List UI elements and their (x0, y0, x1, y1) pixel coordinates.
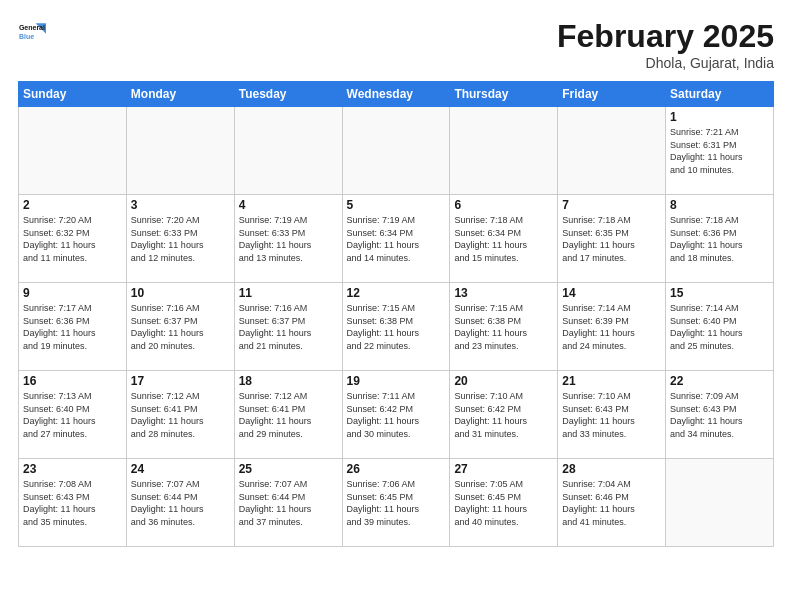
day-number: 6 (454, 198, 553, 212)
logo: General Blue (18, 18, 46, 46)
day-info: Sunrise: 7:20 AM Sunset: 6:32 PM Dayligh… (23, 214, 122, 264)
calendar-cell: 18Sunrise: 7:12 AM Sunset: 6:41 PM Dayli… (234, 371, 342, 459)
calendar-cell: 8Sunrise: 7:18 AM Sunset: 6:36 PM Daylig… (666, 195, 774, 283)
day-number: 2 (23, 198, 122, 212)
svg-text:General: General (19, 24, 45, 31)
calendar-cell (342, 107, 450, 195)
day-number: 17 (131, 374, 230, 388)
day-info: Sunrise: 7:07 AM Sunset: 6:44 PM Dayligh… (131, 478, 230, 528)
day-number: 20 (454, 374, 553, 388)
day-number: 3 (131, 198, 230, 212)
day-number: 14 (562, 286, 661, 300)
header: General Blue February 2025 Dhola, Gujara… (18, 18, 774, 71)
calendar-cell (666, 459, 774, 547)
day-number: 11 (239, 286, 338, 300)
day-info: Sunrise: 7:18 AM Sunset: 6:34 PM Dayligh… (454, 214, 553, 264)
day-number: 28 (562, 462, 661, 476)
day-number: 19 (347, 374, 446, 388)
day-number: 4 (239, 198, 338, 212)
day-info: Sunrise: 7:16 AM Sunset: 6:37 PM Dayligh… (239, 302, 338, 352)
calendar-cell: 1Sunrise: 7:21 AM Sunset: 6:31 PM Daylig… (666, 107, 774, 195)
calendar-cell (19, 107, 127, 195)
calendar-cell: 21Sunrise: 7:10 AM Sunset: 6:43 PM Dayli… (558, 371, 666, 459)
svg-text:Blue: Blue (19, 33, 34, 40)
day-info: Sunrise: 7:09 AM Sunset: 6:43 PM Dayligh… (670, 390, 769, 440)
day-number: 26 (347, 462, 446, 476)
calendar-cell (126, 107, 234, 195)
day-number: 10 (131, 286, 230, 300)
calendar-cell: 12Sunrise: 7:15 AM Sunset: 6:38 PM Dayli… (342, 283, 450, 371)
calendar-cell: 22Sunrise: 7:09 AM Sunset: 6:43 PM Dayli… (666, 371, 774, 459)
day-info: Sunrise: 7:18 AM Sunset: 6:36 PM Dayligh… (670, 214, 769, 264)
calendar-cell: 27Sunrise: 7:05 AM Sunset: 6:45 PM Dayli… (450, 459, 558, 547)
calendar-title: February 2025 (557, 18, 774, 55)
day-number: 15 (670, 286, 769, 300)
week-row-0: 1Sunrise: 7:21 AM Sunset: 6:31 PM Daylig… (19, 107, 774, 195)
calendar-cell: 5Sunrise: 7:19 AM Sunset: 6:34 PM Daylig… (342, 195, 450, 283)
day-info: Sunrise: 7:19 AM Sunset: 6:34 PM Dayligh… (347, 214, 446, 264)
day-number: 9 (23, 286, 122, 300)
day-info: Sunrise: 7:14 AM Sunset: 6:40 PM Dayligh… (670, 302, 769, 352)
day-info: Sunrise: 7:12 AM Sunset: 6:41 PM Dayligh… (131, 390, 230, 440)
day-number: 12 (347, 286, 446, 300)
day-number: 8 (670, 198, 769, 212)
calendar-cell (558, 107, 666, 195)
day-info: Sunrise: 7:16 AM Sunset: 6:37 PM Dayligh… (131, 302, 230, 352)
day-number: 25 (239, 462, 338, 476)
day-info: Sunrise: 7:21 AM Sunset: 6:31 PM Dayligh… (670, 126, 769, 176)
weekday-header-monday: Monday (126, 82, 234, 107)
day-info: Sunrise: 7:06 AM Sunset: 6:45 PM Dayligh… (347, 478, 446, 528)
day-info: Sunrise: 7:20 AM Sunset: 6:33 PM Dayligh… (131, 214, 230, 264)
day-info: Sunrise: 7:07 AM Sunset: 6:44 PM Dayligh… (239, 478, 338, 528)
calendar-cell: 13Sunrise: 7:15 AM Sunset: 6:38 PM Dayli… (450, 283, 558, 371)
calendar-cell (234, 107, 342, 195)
day-info: Sunrise: 7:17 AM Sunset: 6:36 PM Dayligh… (23, 302, 122, 352)
calendar-cell: 9Sunrise: 7:17 AM Sunset: 6:36 PM Daylig… (19, 283, 127, 371)
calendar-cell: 24Sunrise: 7:07 AM Sunset: 6:44 PM Dayli… (126, 459, 234, 547)
calendar-cell: 20Sunrise: 7:10 AM Sunset: 6:42 PM Dayli… (450, 371, 558, 459)
day-number: 7 (562, 198, 661, 212)
weekday-header-tuesday: Tuesday (234, 82, 342, 107)
day-info: Sunrise: 7:12 AM Sunset: 6:41 PM Dayligh… (239, 390, 338, 440)
page-container: General Blue February 2025 Dhola, Gujara… (0, 0, 792, 557)
calendar-table: SundayMondayTuesdayWednesdayThursdayFrid… (18, 81, 774, 547)
calendar-cell: 7Sunrise: 7:18 AM Sunset: 6:35 PM Daylig… (558, 195, 666, 283)
day-number: 22 (670, 374, 769, 388)
day-number: 18 (239, 374, 338, 388)
calendar-cell: 15Sunrise: 7:14 AM Sunset: 6:40 PM Dayli… (666, 283, 774, 371)
day-info: Sunrise: 7:04 AM Sunset: 6:46 PM Dayligh… (562, 478, 661, 528)
calendar-cell: 17Sunrise: 7:12 AM Sunset: 6:41 PM Dayli… (126, 371, 234, 459)
day-number: 5 (347, 198, 446, 212)
day-info: Sunrise: 7:10 AM Sunset: 6:42 PM Dayligh… (454, 390, 553, 440)
calendar-cell: 23Sunrise: 7:08 AM Sunset: 6:43 PM Dayli… (19, 459, 127, 547)
day-number: 21 (562, 374, 661, 388)
week-row-1: 2Sunrise: 7:20 AM Sunset: 6:32 PM Daylig… (19, 195, 774, 283)
calendar-cell: 25Sunrise: 7:07 AM Sunset: 6:44 PM Dayli… (234, 459, 342, 547)
day-number: 24 (131, 462, 230, 476)
calendar-cell: 4Sunrise: 7:19 AM Sunset: 6:33 PM Daylig… (234, 195, 342, 283)
calendar-cell: 26Sunrise: 7:06 AM Sunset: 6:45 PM Dayli… (342, 459, 450, 547)
week-row-4: 23Sunrise: 7:08 AM Sunset: 6:43 PM Dayli… (19, 459, 774, 547)
day-info: Sunrise: 7:05 AM Sunset: 6:45 PM Dayligh… (454, 478, 553, 528)
week-row-3: 16Sunrise: 7:13 AM Sunset: 6:40 PM Dayli… (19, 371, 774, 459)
calendar-cell: 2Sunrise: 7:20 AM Sunset: 6:32 PM Daylig… (19, 195, 127, 283)
day-info: Sunrise: 7:10 AM Sunset: 6:43 PM Dayligh… (562, 390, 661, 440)
day-info: Sunrise: 7:14 AM Sunset: 6:39 PM Dayligh… (562, 302, 661, 352)
day-info: Sunrise: 7:08 AM Sunset: 6:43 PM Dayligh… (23, 478, 122, 528)
weekday-header-sunday: Sunday (19, 82, 127, 107)
calendar-cell (450, 107, 558, 195)
weekday-header-friday: Friday (558, 82, 666, 107)
day-info: Sunrise: 7:15 AM Sunset: 6:38 PM Dayligh… (347, 302, 446, 352)
weekday-header-row: SundayMondayTuesdayWednesdayThursdayFrid… (19, 82, 774, 107)
week-row-2: 9Sunrise: 7:17 AM Sunset: 6:36 PM Daylig… (19, 283, 774, 371)
calendar-subtitle: Dhola, Gujarat, India (557, 55, 774, 71)
calendar-cell: 10Sunrise: 7:16 AM Sunset: 6:37 PM Dayli… (126, 283, 234, 371)
calendar-cell: 28Sunrise: 7:04 AM Sunset: 6:46 PM Dayli… (558, 459, 666, 547)
weekday-header-wednesday: Wednesday (342, 82, 450, 107)
day-info: Sunrise: 7:13 AM Sunset: 6:40 PM Dayligh… (23, 390, 122, 440)
calendar-cell: 6Sunrise: 7:18 AM Sunset: 6:34 PM Daylig… (450, 195, 558, 283)
weekday-header-thursday: Thursday (450, 82, 558, 107)
day-number: 1 (670, 110, 769, 124)
day-number: 27 (454, 462, 553, 476)
day-number: 23 (23, 462, 122, 476)
